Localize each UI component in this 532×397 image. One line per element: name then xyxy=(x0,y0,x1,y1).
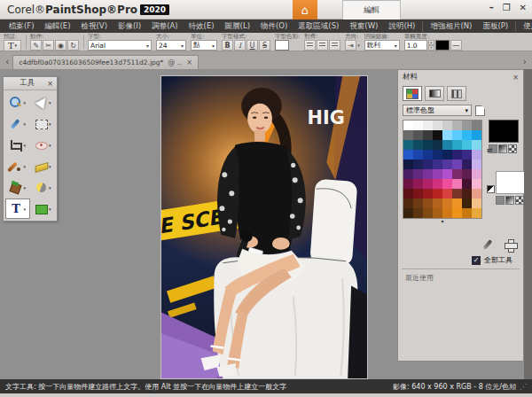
palette-swatch[interactable] xyxy=(433,140,442,150)
tabs-scroll-left-icon[interactable]: ‹ xyxy=(4,56,12,69)
stroke-width-input[interactable]: 1.0 xyxy=(404,40,427,51)
redeye-tool[interactable]: ▾ xyxy=(31,135,56,155)
palette-swatch[interactable] xyxy=(452,189,462,198)
tool-flyout-arrow-icon[interactable]: ▾ xyxy=(23,206,26,212)
menu-item[interactable]: 選取區域(S) xyxy=(293,21,344,32)
menu-item[interactable]: 影像(I) xyxy=(113,21,146,32)
palette-swatch[interactable] xyxy=(442,208,452,218)
pencil-icon[interactable]: ✎ xyxy=(30,40,42,51)
palette-swatch[interactable] xyxy=(462,160,472,169)
bg-gradient-mode-icon[interactable] xyxy=(505,196,514,205)
pick-tool[interactable]: ▾ xyxy=(31,92,56,113)
menu-item[interactable]: 調整(A) xyxy=(146,21,183,32)
palette-swatch[interactable] xyxy=(403,121,413,130)
tool-flyout-arrow-icon[interactable]: ▾ xyxy=(23,185,26,191)
palette-swatch[interactable] xyxy=(403,169,413,179)
units-select[interactable]: 點▾ xyxy=(191,40,217,51)
palette-swatch[interactable] xyxy=(452,160,462,169)
transparency-icon[interactable] xyxy=(487,185,495,193)
zoom-tool[interactable]: ▾ xyxy=(5,92,30,113)
palette-swatch[interactable] xyxy=(442,121,452,130)
refresh-icon[interactable]: ↻ xyxy=(67,40,79,51)
palette-swatch[interactable] xyxy=(462,130,472,140)
palette-swatch[interactable] xyxy=(472,150,481,160)
lighting-tool[interactable]: ▾ xyxy=(31,177,56,198)
materials-panel-close-icon[interactable]: × xyxy=(512,74,519,82)
palette-swatch[interactable] xyxy=(472,189,481,198)
palette-swatch[interactable] xyxy=(442,189,452,198)
brush-tool[interactable]: ▾ xyxy=(5,156,30,176)
stroke-color-swatch[interactable] xyxy=(435,40,450,51)
palette-swatch[interactable] xyxy=(452,150,462,160)
menu-item[interactable]: 面板(P) xyxy=(477,21,513,32)
palette-swatch[interactable] xyxy=(413,198,423,208)
tool-flyout-arrow-icon[interactable]: ▾ xyxy=(49,121,51,127)
size-select[interactable]: 24▾ xyxy=(156,40,186,51)
palette-swatch[interactable] xyxy=(403,150,413,160)
tools-panel-close-icon[interactable]: × xyxy=(47,80,53,88)
home-tab[interactable]: ⌂ xyxy=(293,0,317,19)
all-tools-checkbox[interactable]: ✓ xyxy=(472,256,481,265)
palette-swatch[interactable] xyxy=(472,160,481,169)
color-picker-icon[interactable] xyxy=(481,238,494,251)
font-select[interactable]: Arial▾ xyxy=(88,40,152,51)
palette-swatch[interactable] xyxy=(413,150,423,160)
tool-flyout-arrow-icon[interactable]: ▾ xyxy=(23,100,26,105)
restore-button[interactable]: ❐ xyxy=(503,3,511,12)
minimize-button[interactable]: – xyxy=(489,3,494,12)
palette-swatch[interactable] xyxy=(472,169,481,179)
palette-swatch[interactable] xyxy=(423,208,433,218)
palette-swatch[interactable] xyxy=(433,160,442,169)
palette-swatch[interactable] xyxy=(413,169,423,179)
palette-swatch[interactable] xyxy=(433,198,442,208)
palette-swatch[interactable] xyxy=(423,179,433,189)
palette-swatch[interactable] xyxy=(442,169,452,179)
shape-tool[interactable]: ▾ xyxy=(31,198,56,219)
palette-swatch[interactable] xyxy=(462,179,472,189)
palette-swatch[interactable] xyxy=(423,121,433,130)
palette-swatch[interactable] xyxy=(423,140,433,150)
close-button[interactable]: ✕ xyxy=(520,3,527,12)
palette-swatch[interactable] xyxy=(452,179,462,189)
palette-swatch[interactable] xyxy=(462,198,472,208)
align-left-icon[interactable] xyxy=(304,40,316,51)
menu-item[interactable]: 增強相片(N) xyxy=(422,21,477,32)
palette-swatch[interactable] xyxy=(452,121,462,130)
gradient-tab[interactable] xyxy=(425,86,444,101)
tool-flyout-arrow-icon[interactable]: ▾ xyxy=(49,164,51,169)
menu-item[interactable]: 圖層(L) xyxy=(220,21,255,32)
bg-color-mode-icon[interactable] xyxy=(496,196,505,205)
palette-swatch[interactable] xyxy=(442,198,452,208)
palette-swatch[interactable] xyxy=(403,179,413,189)
eraser-tool[interactable]: ▾ xyxy=(31,156,56,176)
align-right-icon[interactable] xyxy=(329,40,340,51)
palette-swatch[interactable] xyxy=(403,160,413,169)
new-palette-icon[interactable] xyxy=(475,105,485,116)
palette-swatch[interactable] xyxy=(403,198,413,208)
palette-swatch[interactable] xyxy=(462,208,472,218)
swap-colors-icon[interactable]: ⇄ xyxy=(487,146,493,154)
bg-pattern-mode-icon[interactable] xyxy=(515,196,524,205)
direction-button[interactable]: ⇥ xyxy=(345,40,356,51)
palette-swatch[interactable] xyxy=(413,179,423,189)
palette-swatch[interactable] xyxy=(442,140,452,150)
palette-swatch[interactable] xyxy=(462,140,472,150)
palette-swatch[interactable] xyxy=(433,169,442,179)
palette-swatch[interactable] xyxy=(472,121,481,130)
palette-swatch[interactable] xyxy=(433,150,442,160)
palette-swatch[interactable] xyxy=(403,140,413,150)
tool-flyout-arrow-icon[interactable]: ▾ xyxy=(23,164,26,169)
palette-swatch[interactable] xyxy=(452,140,462,150)
crop-tool[interactable]: ▾ xyxy=(5,135,30,155)
palette-swatch[interactable] xyxy=(423,189,433,198)
palette-swatch[interactable] xyxy=(442,130,452,140)
mixer-tab[interactable] xyxy=(447,86,466,101)
strikethrough-button[interactable]: S xyxy=(259,40,270,51)
lasso-icon[interactable]: ✂ xyxy=(43,40,54,51)
palette-swatch[interactable] xyxy=(433,121,442,130)
palette-swatch[interactable] xyxy=(472,130,481,140)
edit-tab[interactable]: 編輯 xyxy=(342,0,401,19)
palette-swatch[interactable] xyxy=(452,208,462,218)
tool-flyout-arrow-icon[interactable]: ▾ xyxy=(23,143,26,148)
tool-flyout-arrow-icon[interactable]: ▾ xyxy=(23,121,26,127)
